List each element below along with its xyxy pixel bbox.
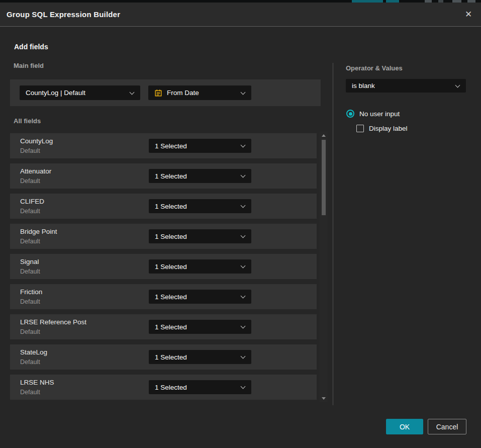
main-field-dataset-select[interactable]: CountyLog | Default xyxy=(20,85,140,100)
main-field-panel: CountyLog | Default From Date xyxy=(10,79,321,106)
chevron-down-icon xyxy=(130,89,135,95)
chevron-down-icon xyxy=(241,173,246,178)
operator-select[interactable]: is blank xyxy=(346,79,466,93)
field-row-name: CLIFED xyxy=(20,198,44,205)
chevron-down-icon xyxy=(241,294,246,299)
field-row-subtitle: Default xyxy=(20,268,40,275)
field-row-selected-value: 1 Selected xyxy=(155,263,187,271)
field-row: Bridge Point Default 1 Selected xyxy=(10,224,317,249)
field-row-selected-dropdown[interactable]: 1 Selected xyxy=(149,169,251,183)
group-sql-expression-builder-dialog: Group SQL Expression Builder ✕ Add field… xyxy=(0,3,481,448)
field-row: Friction Default 1 Selected xyxy=(10,284,317,309)
field-row-selected-dropdown[interactable]: 1 Selected xyxy=(149,350,251,364)
field-row: LRSE Reference Post Default 1 Selected xyxy=(10,314,317,339)
list-scrollbar[interactable] xyxy=(320,132,328,402)
field-row-name: LRSE NHS xyxy=(20,379,54,386)
field-row-selected-dropdown[interactable]: 1 Selected xyxy=(149,139,251,153)
field-row-subtitle: Default xyxy=(20,147,40,154)
chevron-down-icon xyxy=(241,143,246,148)
field-row-selected-value: 1 Selected xyxy=(155,293,187,301)
display-label-checkbox[interactable]: Display label xyxy=(356,125,408,132)
chevron-down-icon xyxy=(241,89,246,95)
field-row-selected-dropdown[interactable]: 1 Selected xyxy=(149,380,251,394)
main-field-field-value: From Date xyxy=(167,89,199,97)
calendar-icon xyxy=(154,89,162,97)
field-row-selected-value: 1 Selected xyxy=(155,172,187,180)
chevron-down-icon xyxy=(241,384,246,389)
main-field-label: Main field xyxy=(14,62,44,69)
add-fields-heading: Add fields xyxy=(14,43,48,51)
field-row: Signal Default 1 Selected xyxy=(10,254,317,279)
field-row-name: Friction xyxy=(20,288,42,296)
field-row: LRSE NHS Default 1 Selected xyxy=(10,375,317,400)
field-row: CountyLog Default 1 Selected xyxy=(10,133,317,158)
chevron-down-icon xyxy=(241,233,246,238)
display-label-text: Display label xyxy=(369,125,408,132)
field-row-name: CountyLog xyxy=(20,137,53,145)
radio-dot xyxy=(349,112,352,116)
field-row: CLIFED Default 1 Selected xyxy=(10,194,317,219)
scrollbar-down-arrow-icon[interactable] xyxy=(322,397,326,400)
main-field-dataset-value: CountyLog | Default xyxy=(26,89,85,97)
field-row-name: Bridge Point xyxy=(20,228,57,235)
main-field-field-select[interactable]: From Date xyxy=(148,85,251,100)
chevron-down-icon xyxy=(241,263,246,268)
cancel-button[interactable]: Cancel xyxy=(428,419,466,434)
field-row-subtitle: Default xyxy=(20,238,40,245)
all-fields-list: CountyLog Default 1 Selected Attenuator … xyxy=(0,133,321,400)
dialog-titlebar: Group SQL Expression Builder ✕ xyxy=(0,3,481,27)
field-row-subtitle: Default xyxy=(20,328,40,335)
operator-select-value: is blank xyxy=(352,82,375,89)
chevron-down-icon xyxy=(241,354,246,359)
field-row-name: Signal xyxy=(20,258,39,265)
field-row: StateLog Default 1 Selected xyxy=(10,344,317,370)
field-row-selected-dropdown[interactable]: 1 Selected xyxy=(149,320,251,334)
chevron-down-icon xyxy=(241,203,246,208)
field-row: Attenuator Default 1 Selected xyxy=(10,163,317,189)
field-row-selected-value: 1 Selected xyxy=(155,203,187,210)
field-row-selected-dropdown[interactable]: 1 Selected xyxy=(149,259,251,274)
field-row-name: Attenuator xyxy=(20,167,51,175)
field-row-selected-value: 1 Selected xyxy=(155,142,187,150)
all-fields-label: All fields xyxy=(14,117,41,125)
vertical-divider xyxy=(333,63,333,405)
ok-button[interactable]: OK xyxy=(386,419,423,434)
field-row-selected-dropdown[interactable]: 1 Selected xyxy=(149,229,251,243)
chevron-down-icon xyxy=(455,82,460,87)
close-icon[interactable]: ✕ xyxy=(462,8,475,21)
field-row-subtitle: Default xyxy=(20,208,40,215)
chevron-down-icon xyxy=(241,324,246,329)
no-user-input-radio[interactable]: No user input xyxy=(346,110,400,118)
field-row-selected-value: 1 Selected xyxy=(155,384,187,391)
field-row-selected-dropdown[interactable]: 1 Selected xyxy=(149,290,251,304)
field-row-selected-dropdown[interactable]: 1 Selected xyxy=(149,199,251,213)
field-row-name: LRSE Reference Post xyxy=(20,318,86,326)
field-row-name: StateLog xyxy=(20,348,47,356)
field-row-selected-value: 1 Selected xyxy=(155,353,187,361)
no-user-input-label: No user input xyxy=(359,110,400,118)
scrollbar-up-arrow-icon[interactable] xyxy=(322,134,326,137)
field-row-subtitle: Default xyxy=(20,389,40,396)
field-row-subtitle: Default xyxy=(20,177,40,185)
scrollbar-thumb[interactable] xyxy=(322,140,326,215)
operator-values-label: Operator & Values xyxy=(346,64,403,72)
field-row-selected-value: 1 Selected xyxy=(155,233,187,240)
field-row-selected-value: 1 Selected xyxy=(155,323,187,331)
radio-selected-icon xyxy=(346,110,354,118)
dialog-title: Group SQL Expression Builder xyxy=(7,10,120,19)
field-row-subtitle: Default xyxy=(20,298,40,305)
field-row-subtitle: Default xyxy=(20,359,40,366)
checkbox-unchecked-icon xyxy=(356,125,364,132)
